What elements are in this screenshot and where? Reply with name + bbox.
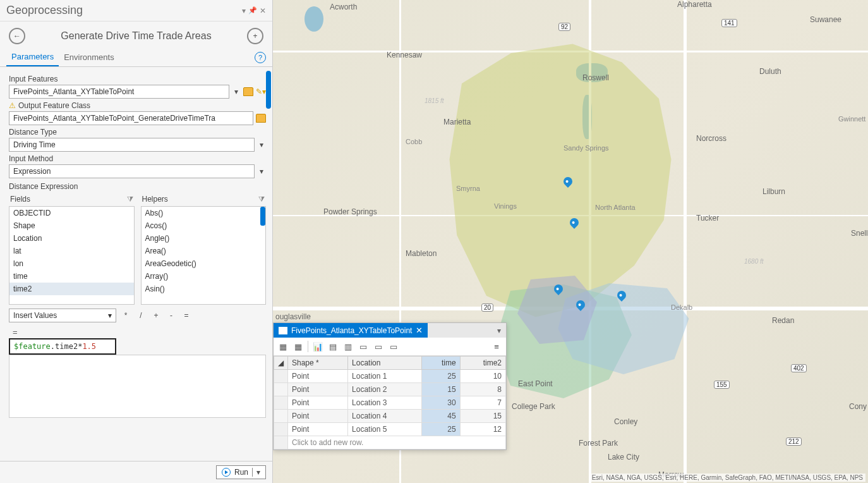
expression-textarea[interactable]: [9, 355, 266, 418]
map-label: Conley: [614, 417, 637, 426]
warning-icon: ⚠: [9, 101, 16, 110]
map-label: Redan: [772, 316, 794, 325]
map-label: Roswell: [582, 73, 609, 82]
col-header[interactable]: Location: [348, 357, 422, 370]
table-row[interactable]: PointLocation 2158: [274, 383, 506, 396]
helper-item[interactable]: Array(): [142, 270, 266, 283]
table-row[interactable]: PointLocation 3307: [274, 396, 506, 410]
distance-expression-label: Distance Expression: [9, 182, 266, 191]
map-label: Cobb: [406, 138, 422, 145]
table-row[interactable]: PointLocation 12510: [274, 370, 506, 383]
table-row[interactable]: PointLocation 52512: [274, 423, 506, 436]
distance-type-field[interactable]: [9, 138, 255, 152]
op-plus[interactable]: +: [150, 310, 162, 321]
output-fc-label: ⚠ Output Feature Class: [9, 101, 266, 110]
insert-values-dropdown[interactable]: Insert Values▾: [9, 309, 116, 322]
map-label: Powder Springs: [323, 207, 377, 216]
table-close-icon[interactable]: ✕: [416, 326, 423, 335]
table-tab-menu-icon[interactable]: ▾: [492, 326, 506, 335]
op-divide[interactable]: /: [135, 310, 147, 321]
table-menu-icon[interactable]: ≡: [490, 340, 503, 353]
panel-dropdown-icon[interactable]: ▾: [242, 6, 246, 15]
tab-parameters[interactable]: Parameters: [6, 48, 59, 66]
col-header[interactable]: Shape *: [288, 357, 348, 370]
helper-item[interactable]: Angle(): [142, 232, 266, 245]
table-toolbar: ▦ ▦ 📊 ▤ ▥ ▭ ▭ ▭ ≡: [274, 338, 506, 356]
map-label: Alpharetta: [677, 0, 712, 9]
table-new-row[interactable]: Click to add new row.: [274, 436, 506, 449]
back-button[interactable]: ←: [9, 28, 25, 44]
selection-view-icon[interactable]: ▦: [291, 340, 305, 353]
helper-item[interactable]: Area(): [142, 245, 266, 257]
helper-item[interactable]: AreaGeodetic(): [142, 257, 266, 270]
output-fc-field[interactable]: [9, 111, 253, 125]
delete-selection-icon[interactable]: ▭: [387, 340, 401, 353]
panel-close-icon[interactable]: ✕: [260, 6, 266, 15]
panel-pin-icon[interactable]: 📌: [248, 6, 257, 15]
fields-filter-icon[interactable]: ⧩: [127, 195, 133, 204]
geoprocessing-panel: Geoprocessing ▾ 📌 ✕ ← Generate Drive Tim…: [0, 0, 273, 483]
field-item[interactable]: Location: [9, 232, 134, 245]
helper-item[interactable]: Acos(): [142, 219, 266, 232]
select-by-attr-icon[interactable]: ▤: [326, 340, 340, 353]
calculate-icon[interactable]: 📊: [311, 340, 325, 353]
browse-input-icon[interactable]: [243, 87, 253, 96]
map-label: Snell: [851, 229, 868, 238]
panel-header: Geoprocessing ▾ 📌 ✕: [0, 0, 272, 21]
table-row[interactable]: PointLocation 44515: [274, 410, 506, 423]
op-minus[interactable]: -: [166, 310, 177, 321]
contour-label: 1815 ft: [425, 97, 444, 104]
field-item[interactable]: lon: [9, 257, 134, 270]
op-equals[interactable]: =: [181, 310, 192, 321]
col-header[interactable]: time2: [460, 357, 505, 370]
map-label: Duluth: [759, 67, 781, 76]
params-scrollbar[interactable]: [266, 71, 271, 109]
input-method-dropdown[interactable]: ▾: [257, 167, 266, 176]
table-tab[interactable]: ▦ FivePoints_Atlanta_XYTableToPoint ✕: [274, 323, 428, 338]
field-view-icon[interactable]: ▦: [276, 340, 290, 353]
map-label: Tucker: [696, 214, 719, 223]
switch-selection-icon[interactable]: ▭: [356, 340, 370, 353]
highway-shield: 212: [786, 437, 802, 446]
highway-shield: 141: [721, 19, 737, 27]
map-label: Marietta: [443, 118, 471, 126]
clear-selection-icon[interactable]: ▭: [371, 340, 385, 353]
helper-item[interactable]: Abs(): [142, 207, 266, 219]
map-label: Forest Park: [579, 439, 618, 448]
run-dropdown[interactable]: ▾: [252, 468, 260, 477]
field-item[interactable]: time: [9, 270, 134, 283]
help-button[interactable]: ?: [255, 52, 266, 63]
field-item[interactable]: OBJECTID: [9, 207, 134, 219]
field-item[interactable]: Shape: [9, 219, 134, 232]
input-features-field[interactable]: [9, 85, 229, 99]
col-header-selected[interactable]: time: [421, 357, 460, 370]
map-label: Suwanee: [810, 15, 841, 24]
helper-item[interactable]: Asin(): [142, 283, 266, 295]
map-attribution: Esri, NASA, NGA, USGS, Esri, HERE, Garmi…: [589, 474, 865, 482]
row-handle-header[interactable]: ◢: [274, 357, 288, 370]
field-item[interactable]: lat: [9, 245, 134, 257]
add-favorite-button[interactable]: +: [247, 28, 263, 44]
browse-output-icon[interactable]: [256, 114, 266, 123]
map-label: Dekalb: [671, 303, 692, 311]
edit-sketch-icon[interactable]: ✎▾: [256, 87, 266, 96]
field-item-selected[interactable]: time2: [9, 283, 134, 295]
zoom-selection-icon[interactable]: ▥: [341, 340, 355, 353]
highway-shield: 155: [714, 381, 730, 389]
lake: [304, 6, 323, 32]
tab-environments[interactable]: Environments: [59, 49, 119, 66]
helpers-filter-icon[interactable]: ⧩: [258, 195, 265, 204]
run-button[interactable]: Run ▾: [216, 465, 266, 479]
map-label: College Park: [512, 402, 555, 411]
helpers-scrollbar[interactable]: [260, 207, 265, 226]
data-table: ◢ Shape * Location time time2 PointLocat…: [274, 356, 506, 449]
helpers-listbox[interactable]: Abs() Acos() Angle() Area() AreaGeodetic…: [141, 206, 267, 305]
fields-listbox[interactable]: OBJECTID Shape Location lat lon time tim…: [9, 206, 135, 305]
map-label: North Atlanta: [595, 204, 636, 211]
highway-shield: 20: [481, 303, 493, 312]
op-multiply[interactable]: *: [120, 310, 131, 321]
input-method-field[interactable]: [9, 164, 255, 178]
distance-type-dropdown[interactable]: ▾: [257, 140, 266, 149]
map-view[interactable]: Acworth Alpharetta Suwanee Kennesaw Rosw…: [273, 0, 868, 483]
input-features-dropdown[interactable]: ▾: [232, 87, 241, 96]
